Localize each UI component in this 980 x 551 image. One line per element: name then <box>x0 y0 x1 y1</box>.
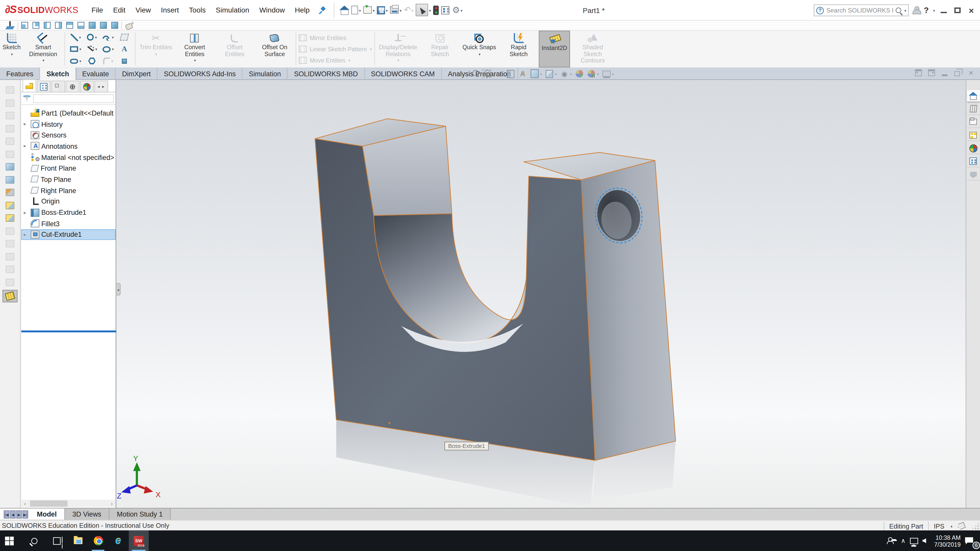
first-tab-icon[interactable]: |◀ <box>4 510 10 518</box>
section-view-icon[interactable]: ▾ <box>506 69 515 78</box>
command-tab[interactable]: SOLIDWORKS CAM <box>365 67 442 80</box>
smart-fastener-icon[interactable] <box>3 124 18 133</box>
attachment-icon[interactable] <box>3 98 18 108</box>
dropdown-arrow-icon[interactable]: ▾ <box>904 8 906 13</box>
tree-item[interactable]: ▸ Boss-Extrude1 <box>21 207 116 218</box>
file-explorer-button[interactable] <box>68 530 87 551</box>
dropdown-arrow-icon[interactable]: ▾ <box>461 8 463 12</box>
maximize-button[interactable] <box>953 5 963 15</box>
start-button[interactable] <box>0 530 19 551</box>
spline-tool[interactable]: ▾ <box>100 31 116 43</box>
dropdown-arrow-icon[interactable]: ▾ <box>612 71 614 76</box>
print-button[interactable]: ▾ <box>390 3 402 17</box>
tree-item[interactable]: ▸ Sensors <box>21 130 116 141</box>
view-front-icon[interactable] <box>21 22 28 29</box>
instant2d-ruler-icon[interactable] <box>3 290 18 302</box>
document-restore-button[interactable] <box>954 68 962 77</box>
menu-item[interactable]: Simulation <box>211 4 254 16</box>
apply-scene-icon[interactable]: ▾ <box>587 69 599 78</box>
forum-icon[interactable] <box>966 168 980 181</box>
resize-grip[interactable] <box>973 523 979 529</box>
solidworks-taskbar-button[interactable]: SW2018 <box>129 530 148 551</box>
graphics-viewport[interactable]: Y X Z Boss-Extrude1 <box>117 80 966 508</box>
dimxpertmanager-tab[interactable]: ⊕ <box>65 81 80 92</box>
command-tab[interactable]: DimXpert <box>116 67 158 80</box>
document-close-button[interactable]: × <box>967 68 975 77</box>
command-tab[interactable]: SOLIDWORKS MBD <box>288 67 365 80</box>
people-icon[interactable] <box>888 537 897 544</box>
help-menu[interactable]: ? <box>924 6 929 15</box>
menu-item[interactable]: Help <box>290 4 314 16</box>
chrome-button[interactable] <box>89 530 107 551</box>
tree-item[interactable]: ▸ Cut-Extrude1 <box>21 229 116 240</box>
view-top-icon[interactable] <box>66 22 73 29</box>
network-icon[interactable] <box>910 537 918 544</box>
scroll-right-icon[interactable]: › <box>108 501 116 507</box>
normal-to-icon[interactable] <box>6 21 14 29</box>
edit-appearance-icon[interactable]: ▾ <box>575 69 584 78</box>
arc-tool[interactable]: ▾ <box>84 43 100 55</box>
collapse-left-panel-button[interactable] <box>915 68 923 77</box>
tag-icon[interactable] <box>957 521 966 530</box>
dropdown-arrow-icon[interactable]: ▾ <box>597 71 599 76</box>
task-view-button[interactable] <box>48 530 66 551</box>
user-account-icon[interactable] <box>913 6 920 14</box>
rollback-bar[interactable] <box>21 330 116 332</box>
show-hidden-icons-chevron[interactable]: ∧ <box>901 537 905 544</box>
menu-item[interactable]: View <box>131 4 156 16</box>
document-minimize-button[interactable] <box>941 68 949 77</box>
insert-component-icon[interactable] <box>3 85 18 95</box>
design-library-icon[interactable] <box>966 103 980 115</box>
open-button[interactable]: ▾ <box>363 3 375 17</box>
end-cap-icon[interactable] <box>3 264 18 274</box>
expand-arrow-icon[interactable]: ▸ <box>24 121 29 127</box>
view-isometric-icon[interactable] <box>89 22 96 29</box>
zoom-area-icon[interactable]: ▾ <box>483 69 491 78</box>
menu-item[interactable]: File <box>87 4 107 16</box>
menu-item[interactable]: Window <box>255 4 289 16</box>
home-button[interactable] <box>340 3 350 17</box>
file-explorer-icon[interactable] <box>966 116 980 128</box>
quick-snaps-button[interactable]: Quick Snaps▾ <box>460 30 499 67</box>
slot-tool[interactable]: ▾ <box>68 55 84 67</box>
configurationmanager-tab[interactable] <box>51 81 65 92</box>
command-tab[interactable]: SOLIDWORKS Add-Ins <box>158 67 243 80</box>
view-left-icon[interactable] <box>44 22 51 29</box>
point-tool[interactable] <box>116 55 133 67</box>
vertex-point[interactable] <box>388 422 390 424</box>
taskbar-clock[interactable]: 10:38 AM 7/30/2019 <box>934 534 961 548</box>
dropdown-arrow-icon[interactable]: ▾ <box>933 8 935 13</box>
ellipse-tool[interactable]: ▾ <box>100 43 116 55</box>
units-dropdown-icon[interactable]: ▴ <box>951 524 953 528</box>
save-button[interactable]: ▾ <box>376 3 388 17</box>
exploded-view-icon[interactable] <box>3 213 18 223</box>
custom-properties-icon[interactable] <box>966 156 980 168</box>
rectangle-tool[interactable]: ▾ <box>68 43 84 55</box>
o-ring-icon[interactable] <box>3 277 18 287</box>
displaymanager-tab[interactable] <box>80 81 94 92</box>
structure-system-icon[interactable] <box>3 251 18 262</box>
file-properties-button[interactable] <box>441 3 450 17</box>
close-button[interactable]: × <box>966 5 976 15</box>
dropdown-arrow-icon[interactable]: ▾ <box>570 71 572 76</box>
scrollbar-thumb[interactable] <box>30 500 68 507</box>
command-tab[interactable]: Evaluate <box>76 67 116 80</box>
deburr-tool-icon[interactable] <box>125 21 134 29</box>
smart-dimension-button[interactable]: Smart Dimension▾ <box>23 30 63 67</box>
display-style-icon[interactable]: ▾ <box>545 69 557 78</box>
instant2d-button[interactable]: Instant2D <box>538 30 570 67</box>
taskbar-search-button[interactable] <box>25 530 44 551</box>
tree-item[interactable]: ▸ History <box>21 119 116 130</box>
previous-view-icon[interactable]: ▾ <box>494 69 503 78</box>
dropdown-arrow-icon[interactable]: ▾ <box>386 8 388 12</box>
sketch-button[interactable]: Sketch▾ <box>0 30 23 67</box>
rotate-copy-icon[interactable] <box>3 149 18 159</box>
tree-filter-input[interactable] <box>33 94 114 103</box>
undo-button[interactable]: ↶▾ <box>404 3 414 17</box>
search-icon[interactable] <box>896 7 901 13</box>
text-tool[interactable]: A <box>116 43 133 55</box>
tree-item[interactable]: ▸ Front Plane <box>21 163 116 174</box>
dropdown-arrow-icon[interactable]: ▾ <box>411 8 413 12</box>
view-dimetric-icon[interactable] <box>111 22 118 29</box>
search-input[interactable]: Search SOLIDWORKS Help <box>826 7 893 14</box>
